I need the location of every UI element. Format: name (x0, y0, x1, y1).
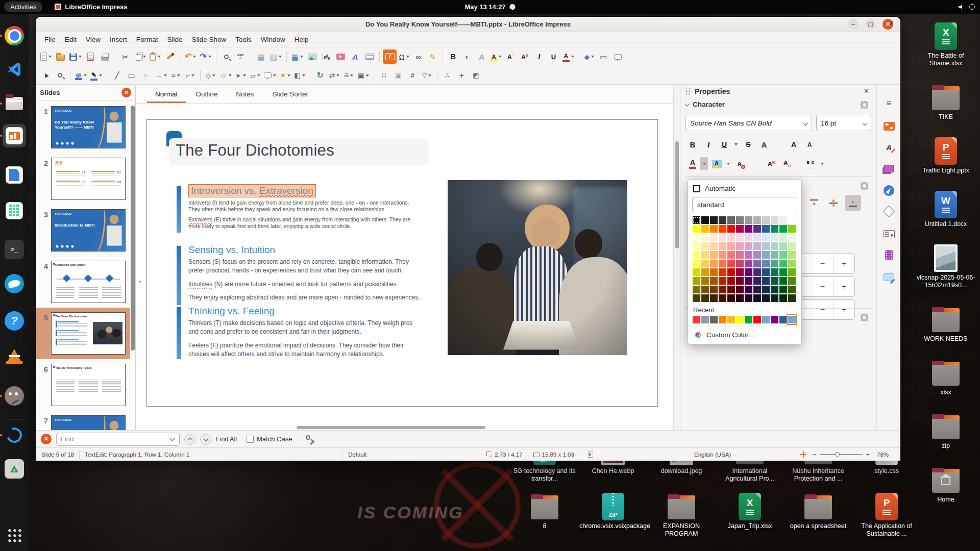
desktop-icon-work-needs[interactable]: WORK NEEDS (912, 306, 980, 343)
color-swatch-FFA040[interactable] (710, 260, 718, 267)
spacing-increase-button[interactable]: + (833, 300, 854, 319)
cut-button[interactable]: ✂ (118, 49, 132, 64)
color-swatch-002A0D[interactable] (779, 294, 787, 302)
color-swatch-7EBBAB[interactable] (771, 251, 778, 259)
color-swatch-E9A6BD[interactable] (736, 242, 744, 250)
slide-thumbnail-row-7[interactable]: 7YOUR LOGOUnderstanding Your Personality… (36, 411, 130, 430)
slide-thumbnail-row-2[interactable]: 2目录01020304 (36, 153, 130, 205)
color-swatch-50A38C[interactable] (771, 260, 778, 267)
color-swatch-735600[interactable] (701, 286, 709, 293)
export-pdf-button[interactable] (84, 49, 97, 64)
align-center-vertically-button[interactable] (825, 195, 842, 211)
lines-arrows-button[interactable]: → (153, 68, 168, 83)
color-swatch-2A6099[interactable] (762, 225, 770, 233)
window-titlebar[interactable]: Do You Really Know Yourself——MBTI.pptx -… (36, 17, 900, 32)
color-swatch-40BF66[interactable] (779, 260, 787, 267)
find-previous-button[interactable] (184, 434, 195, 445)
minimize-button[interactable]: ─ (848, 19, 859, 30)
new-document-button[interactable] (39, 49, 53, 64)
color-swatch-FFB973[interactable] (710, 251, 718, 259)
insert-media-button[interactable] (334, 49, 348, 64)
glue-points-button[interactable]: + (455, 68, 469, 83)
color-swatch-402000[interactable] (710, 294, 718, 302)
insert-table-button[interactable]: ▦ (290, 49, 305, 64)
callout-shapes-button[interactable] (262, 68, 278, 83)
spacing-decrease-button[interactable]: − (812, 254, 833, 273)
color-swatch-FF7040[interactable] (719, 260, 726, 267)
vertical-scrollbar-thumb[interactable] (675, 141, 679, 248)
color-swatch-FF7373[interactable] (727, 251, 735, 259)
color-swatch-56001D[interactable] (736, 286, 744, 293)
sidebar-menu[interactable]: ≡ (881, 95, 897, 111)
recent-color-swatch-FFBF00[interactable] (727, 316, 735, 323)
tab-navigator[interactable] (881, 183, 897, 198)
dock-terminal-icon[interactable]: >_ (3, 238, 26, 261)
dock-writer-icon[interactable] (3, 163, 26, 187)
color-swatch-D3A6D3[interactable] (745, 242, 752, 250)
color-swatch-FF0000[interactable] (727, 225, 735, 233)
color-swatch-D9D900[interactable] (693, 268, 700, 276)
color-swatch-203507[interactable] (788, 294, 796, 302)
status-slide-style[interactable]: Default (348, 452, 409, 458)
color-swatch-300010[interactable] (736, 294, 744, 302)
status-language[interactable]: English (USA) (694, 452, 731, 458)
color-swatch-7C002A[interactable] (736, 277, 744, 285)
color-swatch-0B1826[interactable] (762, 294, 770, 302)
color-swatch-404000[interactable] (693, 294, 700, 302)
color-swatch-0E5642[interactable] (771, 277, 778, 285)
paste-button[interactable] (148, 49, 162, 64)
color-swatch-A6A600[interactable] (693, 277, 700, 285)
slide-thumbnail-row-6[interactable]: 6The 16 Personality Types (36, 359, 130, 411)
rotate-button[interactable]: ↻ (313, 68, 327, 83)
tab-shapes[interactable] (881, 204, 897, 219)
redo-button[interactable]: ↷ (198, 49, 212, 64)
align-top-button[interactable] (806, 195, 822, 211)
color-swatch-731D00[interactable] (719, 286, 726, 293)
color-swatch-3A003A[interactable] (745, 286, 752, 293)
dock-vlc-icon[interactable] (3, 343, 26, 367)
clear-direct-formatting-button[interactable]: A✕ (733, 157, 748, 171)
color-swatch-00902B[interactable] (779, 268, 787, 276)
font-color-button[interactable]: A (561, 49, 576, 64)
display-grid-button[interactable]: ▦ (254, 49, 268, 64)
edit-points-button[interactable]: ∴ (440, 68, 454, 83)
color-swatch-FFFF73[interactable] (693, 251, 700, 259)
desktop-icon-traffic-light-pptx[interactable]: PTraffic Light.pptx (912, 137, 980, 174)
dock-show-applications-icon[interactable] (7, 528, 21, 542)
menu-help[interactable]: Help (290, 34, 313, 45)
view-tab-notes[interactable]: Notes (228, 86, 262, 103)
status-object-size[interactable]: 15.89 x 1.03 (542, 452, 574, 458)
spacing-increase-button[interactable]: + (833, 277, 854, 296)
color-swatch-004C17[interactable] (779, 286, 787, 293)
slide-thumbnail-5[interactable]: The Four Dichotomies (51, 312, 126, 355)
spelling-button[interactable]: ABC✓ (234, 49, 248, 64)
dock-impress-icon[interactable] (3, 124, 26, 147)
menu-window[interactable]: Window (256, 34, 290, 45)
dock-chrome-icon[interactable] (3, 24, 26, 47)
sidebar-close-icon[interactable]: ✕ (864, 87, 869, 95)
color-swatch-D3F0AF[interactable] (788, 242, 796, 250)
color-swatch-DC7396[interactable] (736, 251, 744, 259)
color-swatch-200020[interactable] (745, 294, 752, 302)
print-button[interactable] (98, 49, 112, 64)
desktop-icon-untitled-1-docx[interactable]: WUntitled 1.docx (912, 191, 980, 228)
slide-thumbnail-row-5[interactable]: 5The Four Dichotomies (36, 308, 130, 359)
color-swatch-A6E1B8[interactable] (779, 242, 787, 250)
slides-panel-close-icon[interactable]: ✕ (121, 88, 131, 97)
tab-animation[interactable] (881, 247, 897, 263)
block-arrows-button[interactable]: ► (234, 68, 248, 83)
slide-thumbnail-3[interactable]: YOUR LOGOIntroduction to MBTI (51, 209, 126, 252)
underline-button[interactable]: U (717, 137, 731, 152)
color-swatch-730000[interactable] (727, 286, 735, 293)
color-swatch-A60000[interactable] (727, 277, 735, 285)
color-swatch-6D006D[interactable] (745, 268, 752, 276)
insert-frame-button[interactable]: ▭ (597, 49, 610, 64)
color-swatch-A65300[interactable] (710, 277, 718, 285)
fill-color-button[interactable] (74, 68, 88, 83)
view-tab-normal[interactable]: Normal (147, 86, 186, 103)
slide-thumbnail-6[interactable]: The 16 Personality Types (51, 364, 126, 406)
find-input[interactable] (57, 435, 170, 443)
color-swatch-BF0041[interactable] (736, 225, 744, 233)
color-swatch-FFCF40[interactable] (701, 260, 709, 267)
recent-color-swatch-00A933[interactable] (745, 316, 752, 323)
